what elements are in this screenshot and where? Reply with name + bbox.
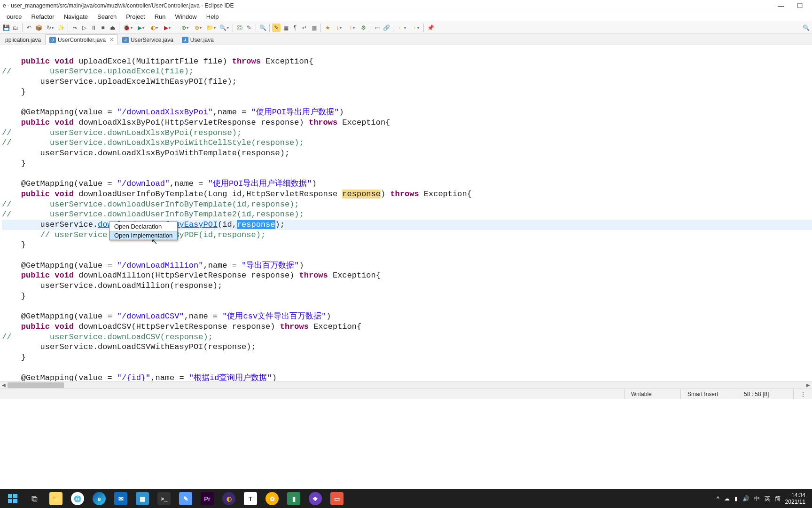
link-icon[interactable]: 🔗 [382, 24, 390, 32]
new-folder-icon[interactable]: 📁▾ [205, 24, 217, 32]
menu-refactor[interactable]: Refactor [27, 12, 59, 21]
maximize-button[interactable]: ☐ [790, 2, 809, 9]
forward-icon[interactable]: →▾ [409, 24, 421, 32]
menu-project[interactable]: Project [121, 12, 149, 21]
open-type-icon[interactable]: 🔍▾ [218, 24, 230, 32]
pin-icon[interactable]: 📌 [426, 24, 435, 32]
statusbar: Writable Smart Insert 58 : 58 [8] ⋮ [0, 389, 812, 399]
java-file-icon: J [122, 37, 129, 43]
svg-rect-3 [13, 499, 17, 503]
app2-icon[interactable]: ✿ [262, 490, 282, 507]
tab-application[interactable]: pplication.java [1, 34, 45, 45]
close-icon[interactable]: ✕ [109, 37, 114, 43]
tray-ime-zh[interactable]: 中 [754, 495, 760, 503]
menubar: ource Refactor Navigate Search Project R… [0, 11, 812, 22]
file-label: UserController.java [58, 37, 106, 43]
menu-navigate[interactable]: Navigate [59, 12, 93, 21]
file-explorer-icon[interactable]: 📁 [46, 490, 66, 507]
tray-ime-simp[interactable]: 简 [775, 495, 781, 503]
menu-search[interactable]: Search [93, 12, 121, 21]
typora-icon[interactable]: T [240, 490, 261, 507]
next-ann-icon[interactable]: ↓▾ [333, 24, 345, 32]
tray-cloud-icon[interactable]: ☁ [724, 495, 730, 502]
build-icon[interactable]: ⚙ [359, 24, 367, 32]
scroll-track[interactable] [8, 381, 804, 389]
start-button[interactable] [2, 490, 23, 507]
tab-usercontroller[interactable]: J UserController.java ✕ [45, 34, 118, 45]
popup-open-implementation[interactable]: Open Implementation [109, 231, 177, 240]
zoom-icon[interactable]: ▭ [373, 24, 381, 32]
toolbar-separator [68, 24, 68, 32]
package-icon[interactable]: 📦 [34, 24, 43, 32]
magic-icon[interactable]: ✨ [57, 24, 65, 32]
quick-access-search-icon[interactable]: 🔍 [802, 24, 810, 32]
mail-icon[interactable]: ✉ [110, 490, 131, 507]
menu-help[interactable]: Help [202, 12, 224, 21]
toolbar-separator [393, 24, 393, 32]
prev-ann-icon[interactable]: ↑▾ [346, 24, 358, 32]
app5-icon[interactable]: ▭ [327, 490, 347, 507]
menu-window[interactable]: Window [171, 12, 202, 21]
stop-icon[interactable]: ■ [99, 24, 107, 32]
tray-clock[interactable]: 14:34 2021/11 [785, 492, 805, 505]
scroll-left-icon[interactable]: ◀ [0, 382, 8, 388]
task-icon[interactable]: ✎ [245, 24, 253, 32]
status-cursor-pos: 58 : 58 [8] [737, 389, 793, 399]
cols-icon[interactable]: ▥ [310, 24, 318, 32]
coverage-icon[interactable]: ◐▾ [148, 24, 160, 32]
tray-speaker-icon[interactable]: 🔊 [742, 495, 750, 502]
status-overflow-icon[interactable]: ⋮ [793, 389, 812, 399]
toggle-mark-icon[interactable]: ✎ [272, 24, 281, 32]
java-file-icon: J [182, 37, 188, 43]
tab-user[interactable]: J User.java [178, 34, 218, 45]
file-label: User.java [190, 37, 214, 43]
notes-icon[interactable]: ✎ [175, 490, 196, 507]
skip-icon[interactable]: ⤼ [70, 24, 79, 32]
tray-battery-icon[interactable]: ▮ [734, 495, 738, 502]
tray-chevron-icon[interactable]: ^ [717, 495, 719, 502]
task-view-icon[interactable]: ⧉ [24, 490, 45, 507]
search-icon[interactable]: 🔍 [258, 24, 267, 32]
class-icon[interactable]: Ⓒ [235, 24, 244, 32]
run-icon[interactable]: ▶▾ [135, 24, 147, 32]
titlebar: e - user_management/src/main/java/com/mu… [0, 0, 812, 11]
premiere-icon[interactable]: Pr [197, 490, 218, 507]
undo-icon[interactable]: ↶ [25, 24, 33, 32]
app3-icon[interactable]: ▮ [283, 490, 304, 507]
new-class-icon[interactable]: ⊕▾ [179, 24, 191, 32]
horizontal-scrollbar[interactable]: ◀ ▶ [0, 381, 812, 389]
tab-userservice[interactable]: J UserService.java [118, 34, 178, 45]
terminal-icon[interactable]: >_ [154, 490, 174, 507]
refresh-icon[interactable]: ↻▾ [44, 24, 56, 32]
show-ws-icon[interactable]: ¶ [291, 24, 299, 32]
star-icon[interactable]: ★ [323, 24, 332, 32]
new-package-icon[interactable]: ⊕▾ [192, 24, 204, 32]
menu-source[interactable]: ource [2, 12, 27, 21]
app-icon[interactable]: ▦ [132, 490, 153, 507]
scroll-right-icon[interactable]: ▶ [804, 382, 812, 388]
disconnect-icon[interactable]: ⏏ [108, 24, 117, 32]
windows-taskbar: ⧉ 📁 🌐 e ✉ ▦ >_ ✎ Pr ◐ T ✿ ▮ ❖ ▭ ^ ☁ ▮ 🔊 … [0, 489, 812, 508]
block-select-icon[interactable]: ▦ [281, 24, 290, 32]
save-icon[interactable]: 💾 [2, 24, 10, 32]
status-insert-mode: Smart Insert [680, 389, 737, 399]
scroll-thumb[interactable] [8, 382, 64, 388]
popup-open-declaration[interactable]: Open Declaration [109, 222, 177, 231]
eclipse-icon[interactable]: ◐ [219, 490, 239, 507]
app4-icon[interactable]: ❖ [305, 490, 326, 507]
minimize-button[interactable]: — [772, 2, 790, 9]
back-icon[interactable]: ←▾ [396, 24, 408, 32]
save-all-icon[interactable]: 🗂 [11, 24, 20, 32]
chrome-icon[interactable]: 🌐 [67, 490, 88, 507]
debug-icon[interactable]: 🐞▾ [122, 24, 134, 32]
wrap-icon[interactable]: ↵ [300, 24, 309, 32]
tray-ime-en[interactable]: 英 [765, 495, 770, 503]
pause-icon[interactable]: ⏸ [89, 24, 98, 32]
edge-icon[interactable]: e [89, 490, 109, 507]
ext-tools-icon[interactable]: ▶▾ [161, 24, 173, 32]
resume-icon[interactable]: ▷ [80, 24, 88, 32]
menu-run[interactable]: Run [150, 12, 171, 21]
code-editor[interactable]: public void uploadExcel(MultipartFile fi… [0, 45, 812, 389]
system-tray: ^ ☁ ▮ 🔊 中 英 简 14:34 2021/11 [712, 492, 810, 505]
code-content[interactable]: public void uploadExcel(MultipartFile fi… [0, 45, 812, 383]
